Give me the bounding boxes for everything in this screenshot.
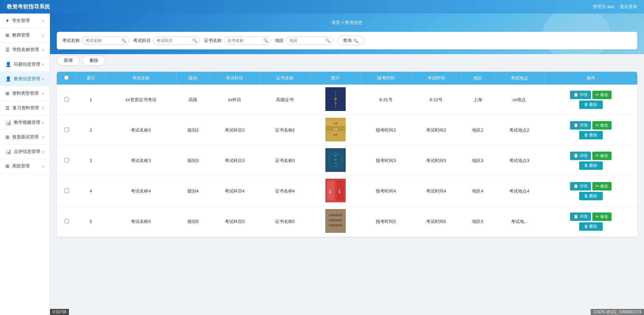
- row-region: 地区2: [461, 115, 494, 145]
- sidebar-item-left: 👤 问题信息管理: [5, 61, 40, 67]
- row-subject: 考试科目5: [209, 206, 260, 237]
- sidebar-item-left: 📊 点评信息管理: [5, 149, 40, 155]
- cert-name-input-wrap: 🔍: [224, 37, 271, 45]
- sidebar-item-academy[interactable]: ☰ 学院名称管理 ∨: [0, 43, 50, 57]
- sidebar-item-question[interactable]: 👤 问题信息管理 ∨: [0, 57, 50, 72]
- user-area: 管理员 abo 退出登录: [593, 4, 637, 10]
- row-register-time: 8-31号: [361, 85, 411, 115]
- chevron-down-icon: ∨: [42, 106, 44, 110]
- sidebar-item-left: ✈ 学生管理: [5, 18, 30, 24]
- detail-icon: 📋: [573, 184, 578, 188]
- edit-button[interactable]: ✏ 修改: [592, 152, 612, 160]
- row-location: 考试地点3: [494, 145, 544, 176]
- row-checkbox[interactable]: [65, 128, 69, 132]
- edit-button[interactable]: ✏ 修改: [592, 121, 612, 130]
- edit-icon: ✏: [596, 153, 599, 158]
- row-index: 3: [76, 145, 105, 176]
- sidebar-icon: 📊: [5, 149, 11, 154]
- chevron-down-icon: ∨: [42, 33, 44, 37]
- col-exam-time: 考试时间: [411, 72, 461, 85]
- table-row: 3 考试名称3 级别3 考试科目3 证书名称3 天 外 飞 报考时间3 考试时间…: [57, 145, 637, 176]
- sidebar-item-label: 资质面试管理: [12, 134, 39, 140]
- sidebar-item-teacher[interactable]: ⊞ 教师管理 ∨: [0, 28, 50, 43]
- col-level: 级别: [177, 72, 209, 85]
- row-checkbox-cell: [57, 85, 76, 115]
- bulk-delete-button[interactable]: 删除: [82, 55, 105, 66]
- sidebar-item-label: 资料类型管理: [12, 90, 39, 96]
- chevron-down-icon: ∨: [42, 135, 44, 139]
- app-title: 教资考前指导系统: [7, 3, 50, 10]
- query-button[interactable]: 查询 🔍: [337, 36, 364, 45]
- row-cert-name: 证书名称3: [260, 145, 310, 176]
- row-exam-time: 8-12号: [411, 85, 461, 115]
- row-checkbox[interactable]: [65, 219, 69, 223]
- chevron-down-icon: ∨: [42, 48, 44, 52]
- delete-button[interactable]: 🗑 删除: [579, 100, 603, 109]
- sidebar-item-left: 📊 教学视频管理: [5, 119, 40, 126]
- detail-button[interactable]: 📋 详情: [570, 152, 591, 160]
- sidebar-item-video[interactable]: 📊 教学视频管理 ∨: [0, 115, 50, 130]
- col-cert-name: 证书名称: [260, 72, 310, 85]
- table-header-row: 索引 考试名称 级别 考试科目 证书名称 图片 报考时间 考试时间 地区 考试地…: [57, 72, 637, 85]
- sidebar-item-left: ☰ 学院名称管理: [5, 47, 39, 53]
- edit-icon: ✏: [596, 123, 599, 128]
- edit-icon: ✏: [596, 184, 599, 188]
- row-checkbox[interactable]: [65, 188, 69, 193]
- edit-label: 修改: [600, 153, 608, 159]
- detail-icon: 📋: [573, 123, 578, 128]
- delete-label: 删除: [589, 102, 597, 108]
- detail-label: 详情: [579, 153, 588, 159]
- detail-button[interactable]: 📋 详情: [570, 121, 591, 130]
- col-index: 索引: [76, 72, 105, 85]
- row-exam-time: 考试时间2: [411, 115, 461, 145]
- sidebar-item-comment[interactable]: 📊 点评信息管理 ∨: [0, 144, 50, 159]
- sidebar-item-review[interactable]: ☰ 复习资料管理 ∨: [0, 101, 50, 115]
- row-image: 天 外 飞: [310, 145, 361, 176]
- row-register-time: 报考时间3: [361, 145, 411, 176]
- row-actions-top: 📋 详情 ✏ 修改: [570, 212, 612, 221]
- row-checkbox[interactable]: [65, 97, 69, 102]
- row-location: 考试地点2: [494, 115, 544, 145]
- svg-rect-25: [329, 214, 342, 216]
- sidebar-item-resource-type[interactable]: ⊞ 资料类型管理 ∨: [0, 86, 50, 101]
- detail-button[interactable]: 📋 详情: [570, 182, 591, 190]
- detail-button[interactable]: 📋 详情: [570, 212, 591, 221]
- row-actions-container: 📋 详情 ✏ 修改 🗑 删除: [547, 152, 635, 170]
- delete-button[interactable]: 🗑 删除: [579, 222, 603, 231]
- delete-button[interactable]: 🗑 删除: [579, 192, 603, 200]
- row-level: 级别3: [177, 145, 209, 176]
- sidebar-item-exam-info[interactable]: 👤 教资信息管理 ∨: [0, 72, 50, 86]
- delete-icon: 🗑: [584, 224, 588, 229]
- row-actions: 📋 详情 ✏ 修改 🗑 删除: [544, 145, 637, 176]
- col-checkbox: [57, 72, 76, 85]
- watermark: CSDN @QQ_3359892174: [591, 309, 644, 315]
- exam-subject-label: 考试科目: [133, 38, 151, 44]
- row-level: 高级: [177, 85, 209, 115]
- sidebar-item-system[interactable]: ⊞ 系统管理 ∨: [0, 159, 50, 174]
- edit-button[interactable]: ✏ 修改: [592, 91, 612, 99]
- row-actions-container: 📋 详情 ✏ 修改 🗑 删除: [547, 182, 635, 200]
- delete-button[interactable]: 🗑 删除: [579, 161, 603, 170]
- row-region: 上海: [461, 85, 494, 115]
- edit-button[interactable]: ✏ 修改: [592, 182, 612, 190]
- add-button[interactable]: 新增: [57, 55, 80, 66]
- row-actions-top: 📋 详情 ✏ 修改: [570, 91, 612, 99]
- edit-button[interactable]: ✏ 修改: [592, 212, 612, 221]
- detail-button[interactable]: 📋 详情: [570, 91, 591, 99]
- svg-text:飞: 飞: [334, 163, 337, 165]
- cert-name-label: 证书名称: [204, 38, 222, 44]
- row-actions-top: 📋 详情 ✏ 修改: [570, 121, 612, 130]
- select-all-checkbox[interactable]: [64, 75, 69, 80]
- sidebar-item-student[interactable]: ✈ 学生管理 ∨: [0, 14, 50, 28]
- edit-icon: ✏: [596, 214, 599, 219]
- row-checkbox-cell: [57, 176, 76, 206]
- chevron-down-icon: ∨: [42, 121, 44, 125]
- logout-button[interactable]: 退出登录: [620, 4, 637, 10]
- delete-label: 删除: [589, 193, 597, 199]
- row-location: 考试地点4: [494, 176, 544, 206]
- svg-text:常用: 常用: [333, 122, 338, 125]
- delete-button[interactable]: 🗑 删除: [579, 131, 603, 139]
- chevron-down-icon: ∨: [42, 150, 44, 154]
- row-checkbox[interactable]: [65, 158, 69, 162]
- sidebar-item-interview[interactable]: ⊞ 资质面试管理 ∨: [0, 130, 50, 144]
